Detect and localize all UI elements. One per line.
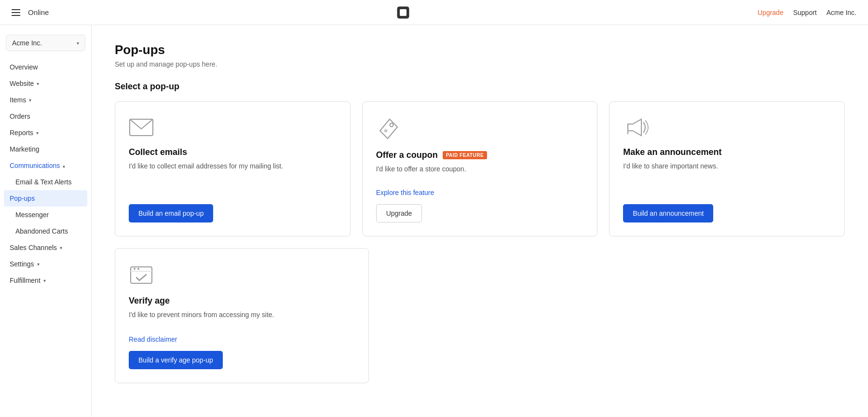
account-selector[interactable]: Acme Inc. ▾ — [6, 35, 85, 51]
upgrade-button[interactable]: Upgrade — [376, 204, 422, 222]
spacer-1 — [380, 248, 607, 383]
svg-point-3 — [390, 124, 393, 127]
layout: Acme Inc. ▾ Overview Website ▾ Items ▾ O… — [0, 25, 868, 417]
account-menu[interactable]: Acme Inc. — [827, 9, 856, 16]
email-icon — [129, 117, 337, 138]
chevron-down-icon: ▾ — [77, 41, 79, 46]
sidebar-item-settings[interactable]: Settings ▾ — [0, 256, 91, 272]
card-title-row: Make an announcement — [623, 147, 831, 157]
card-description: I'd like to offer a store coupon. — [376, 164, 584, 179]
card-title: Collect emails — [129, 147, 187, 157]
topnav-logo-container — [396, 6, 410, 19]
account-name: Acme Inc. — [12, 39, 42, 47]
explore-feature-link[interactable]: Explore this feature — [376, 189, 584, 196]
chevron-down-icon: ▾ — [43, 278, 46, 283]
card-collect-emails: Collect emails I'd like to collect email… — [115, 101, 351, 236]
sidebar-item-label: Communications — [10, 162, 60, 169]
sidebar-item-pop-ups[interactable]: Pop-ups — [4, 190, 87, 207]
sidebar-item-label: Website — [10, 80, 34, 87]
svg-rect-9 — [131, 271, 152, 272]
sidebar-item-marketing[interactable]: Marketing — [0, 141, 91, 157]
card-description: I'd like to collect email addresses for … — [129, 161, 337, 195]
cards-row-1: Collect emails I'd like to collect email… — [115, 101, 845, 236]
card-offer-coupon: Offer a coupon PAID FEATURE I'd like to … — [362, 101, 598, 236]
cards-row-2: Verify age I'd like to prevent minors fr… — [115, 248, 845, 383]
card-verify-age: Verify age I'd like to prevent minors fr… — [115, 248, 369, 383]
sidebar-item-messenger[interactable]: Messenger — [0, 207, 91, 223]
sidebar-item-label: Abandoned Carts — [15, 227, 68, 235]
svg-rect-1 — [400, 9, 407, 16]
sidebar-item-overview[interactable]: Overview — [0, 59, 91, 75]
sidebar-item-label: Messenger — [15, 211, 49, 219]
sidebar-item-fulfillment[interactable]: Fulfillment ▾ — [0, 272, 91, 289]
sidebar-item-label: Marketing — [10, 145, 39, 153]
chevron-down-icon: ▾ — [37, 81, 39, 86]
chevron-down-icon: ▾ — [37, 262, 40, 267]
sidebar-item-label: Sales Channels — [10, 244, 57, 251]
card-announcement: Make an announcement I'd like to share i… — [609, 101, 845, 236]
sidebar-item-communications[interactable]: Communications ▴ — [0, 157, 91, 174]
announcement-icon — [623, 117, 831, 138]
topnav-brand: Online — [28, 8, 49, 16]
chevron-down-icon: ▾ — [36, 130, 39, 136]
sidebar-item-label: Items — [10, 96, 26, 104]
card-title: Offer a coupon — [376, 150, 438, 160]
card-title-row: Verify age — [129, 296, 355, 306]
card-title: Make an announcement — [623, 147, 721, 157]
sidebar-item-abandoned-carts[interactable]: Abandoned Carts — [0, 223, 91, 239]
card-title-row: Collect emails — [129, 147, 337, 157]
hamburger-icon[interactable] — [12, 9, 20, 16]
build-verify-age-button[interactable]: Build a verify age pop-up — [129, 351, 223, 369]
coupon-icon — [376, 117, 584, 140]
sidebar-item-label: Email & Text Alerts — [15, 178, 71, 186]
sidebar-item-email-text-alerts[interactable]: Email & Text Alerts — [0, 174, 91, 190]
sidebar-item-orders[interactable]: Orders — [0, 108, 91, 125]
page-subtitle: Set up and manage pop-ups here. — [115, 60, 845, 68]
build-announcement-button[interactable]: Build an announcement — [623, 204, 713, 222]
main-content: Pop-ups Set up and manage pop-ups here. … — [92, 25, 868, 417]
topnav: Online Upgrade Support Acme Inc. — [0, 0, 868, 25]
card-description: I'd like to prevent minors from accessin… — [129, 310, 355, 326]
support-link[interactable]: Support — [793, 9, 817, 16]
sidebar-item-label: Orders — [10, 112, 30, 120]
sidebar-item-website[interactable]: Website ▾ — [0, 75, 91, 92]
spacer-2 — [619, 248, 845, 383]
topnav-left: Online — [12, 8, 49, 16]
paid-feature-badge: PAID FEATURE — [443, 151, 487, 159]
svg-point-8 — [137, 268, 139, 270]
card-title: Verify age — [129, 296, 170, 306]
section-title: Select a pop-up — [115, 82, 845, 92]
chevron-down-icon: ▾ — [29, 97, 31, 103]
verify-age-icon — [129, 264, 355, 286]
sidebar-item-label: Pop-ups — [10, 195, 35, 202]
svg-point-7 — [134, 268, 136, 270]
chevron-down-icon: ▾ — [60, 245, 62, 250]
sidebar-item-label: Reports — [10, 129, 33, 137]
topnav-right: Upgrade Support Acme Inc. — [758, 9, 856, 16]
sidebar-item-sales-channels[interactable]: Sales Channels ▾ — [0, 239, 91, 256]
svg-point-4 — [385, 130, 387, 132]
square-logo-icon — [396, 6, 410, 19]
sidebar-item-label: Settings — [10, 260, 34, 268]
sidebar-item-reports[interactable]: Reports ▾ — [0, 125, 91, 141]
card-title-row: Offer a coupon PAID FEATURE — [376, 150, 584, 160]
card-description: I'd like to share important news. — [623, 161, 831, 195]
read-disclaimer-link[interactable]: Read disclaimer — [129, 335, 355, 343]
sidebar-item-items[interactable]: Items ▾ — [0, 92, 91, 108]
page-title: Pop-ups — [115, 42, 845, 57]
build-email-popup-button[interactable]: Build an email pop-up — [129, 204, 213, 222]
upgrade-link[interactable]: Upgrade — [758, 9, 784, 16]
sidebar: Acme Inc. ▾ Overview Website ▾ Items ▾ O… — [0, 25, 92, 417]
chevron-up-icon: ▴ — [63, 163, 65, 168]
sidebar-item-label: Fulfillment — [10, 277, 41, 284]
sidebar-item-label: Overview — [10, 63, 38, 71]
